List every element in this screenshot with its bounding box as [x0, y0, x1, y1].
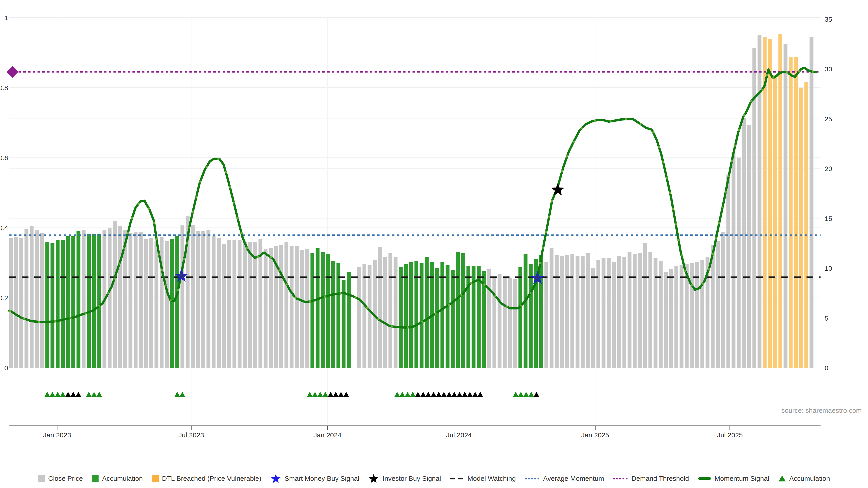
legend-item-model-watching[interactable]: Model Watching — [450, 475, 516, 482]
accumulation-bar — [316, 248, 320, 368]
accumulation-triangle-icon — [477, 392, 483, 397]
accumulation-bar — [456, 252, 460, 368]
accumulation-triangle-icon — [180, 392, 185, 397]
accumulation-bar — [87, 234, 91, 368]
legend-item-label: Close Price — [48, 475, 83, 482]
accumulation-triangle-icon — [472, 392, 478, 397]
accumulation-bar — [337, 263, 340, 368]
close-price-bar — [394, 257, 398, 368]
close-price-bar — [25, 229, 29, 368]
close-price-bar — [508, 278, 512, 368]
x-axis-tick-label: Jan 2025 — [581, 431, 609, 439]
accumulation-bar — [76, 231, 81, 368]
close-price-bar — [570, 254, 575, 368]
accumulation-triangle-icon — [405, 392, 410, 397]
accumulation-bar — [92, 234, 96, 368]
accumulation-bar — [66, 236, 70, 368]
x-axis-tick-label: Jul 2025 — [717, 431, 743, 439]
close-price-bar — [363, 264, 366, 368]
close-price-bar — [181, 225, 184, 368]
close-price-bar — [545, 262, 548, 368]
close-price-bar — [784, 44, 787, 368]
dtl-breached-bar — [794, 57, 798, 368]
dash — [458, 478, 463, 480]
legend-item-label: Accumulation — [789, 475, 830, 482]
right-axis-tick-label: 15 — [825, 215, 832, 222]
accumulation-triangle-icon — [317, 392, 323, 397]
close-price-bar — [155, 241, 158, 368]
accumulation-bar — [45, 242, 49, 368]
close-price-bar — [134, 232, 138, 368]
close-price-bar — [222, 244, 226, 368]
close-price-bar — [576, 256, 580, 368]
legend-item-accumulation[interactable]: Accumulation — [92, 475, 143, 482]
x-axis-tick-label: Jan 2024 — [313, 431, 341, 439]
legend-swatch — [525, 477, 540, 480]
dot — [531, 478, 533, 480]
left-axis-tick-label: 0.6 — [0, 154, 8, 162]
close-price-bar — [690, 263, 694, 368]
accumulation-bar — [529, 264, 533, 368]
close-price-bar — [565, 255, 569, 368]
accumulation-triangle-icon — [410, 392, 415, 397]
accumulation-bar — [56, 240, 60, 368]
dtl-breached-bar — [773, 75, 777, 368]
x-axis-tick-label: Jan 2023 — [43, 431, 71, 439]
investor-star-icon — [368, 473, 379, 484]
close-price-bar — [633, 254, 637, 368]
accumulation-triangle-icon — [55, 392, 61, 397]
accumulation-bar — [326, 254, 330, 368]
left-axis-tick-label: 1 — [4, 14, 8, 22]
accumulation-bar — [311, 253, 314, 368]
accumulation-triangle-icon — [333, 392, 339, 397]
accumulation-bar — [176, 236, 179, 368]
legend-item-label: Demand Threshold — [631, 475, 689, 482]
legend-item-accumulation[interactable]: Accumulation — [778, 475, 830, 482]
accumulation-triangle-icon — [441, 392, 447, 397]
legend-item-investor-buy-signal[interactable]: Investor Buy Signal — [368, 473, 441, 484]
legend-item-average-momentum[interactable]: Average Momentum — [525, 475, 604, 482]
accumulation-bar — [539, 255, 543, 368]
legend-item-momentum-signal[interactable]: Momentum Signal — [698, 475, 769, 482]
close-price-bar — [232, 240, 237, 368]
x-axis-tick-label: Jul 2023 — [178, 431, 204, 439]
close-price-bar — [383, 257, 387, 368]
accumulation-triangle-icon — [394, 392, 400, 397]
dot — [622, 478, 624, 480]
legend-item-dtl-breached-price-vulnerable[interactable]: DTL Breached (Price Vulnerable) — [152, 475, 261, 482]
dot — [528, 478, 530, 480]
accumulation-triangle-icon — [60, 392, 66, 397]
close-price-bar — [305, 249, 309, 368]
close-price-bar — [217, 238, 221, 368]
legend-item-demand-threshold[interactable]: Demand Threshold — [613, 475, 689, 482]
legend-item-close-price[interactable]: Close Price — [38, 475, 83, 482]
close-price-bar — [300, 250, 304, 368]
close-price-bar — [35, 230, 39, 368]
legend-item-smart-money-buy-signal[interactable]: Smart Money Buy Signal — [270, 473, 359, 484]
close-price-bar — [14, 237, 18, 368]
accumulation-triangle-icon — [399, 392, 405, 397]
close-price-bar — [737, 158, 741, 368]
star-shape — [369, 474, 378, 483]
close-price-bar — [243, 242, 247, 368]
close-price-bar — [253, 242, 257, 368]
close-price-bar — [669, 269, 673, 368]
accumulation-triangle-icon — [50, 392, 55, 397]
right-axis-tick-label: 25 — [825, 115, 832, 123]
accumulation-triangle-icon — [462, 392, 467, 397]
legend-swatch — [450, 477, 464, 480]
accumulation-triangle-icon — [518, 392, 524, 397]
plot-area: Jan 2023Jul 2023Jan 2024Jul 2024Jan 2025… — [0, 0, 868, 465]
right-axis-tick-label: 35 — [825, 15, 832, 23]
close-price-bar — [118, 226, 122, 368]
close-price-bar — [602, 258, 606, 368]
left-axis-tick-label: 0.2 — [0, 294, 8, 302]
demand-threshold-diamond-icon — [6, 66, 18, 78]
accumulation-triangle-icon — [523, 392, 529, 397]
dtl-breached-bar — [799, 88, 803, 368]
dash — [450, 478, 455, 480]
dot — [525, 478, 527, 480]
right-axis-tick-label: 0 — [825, 364, 829, 372]
accumulation-bar — [435, 268, 439, 368]
close-price-bar — [285, 242, 288, 368]
